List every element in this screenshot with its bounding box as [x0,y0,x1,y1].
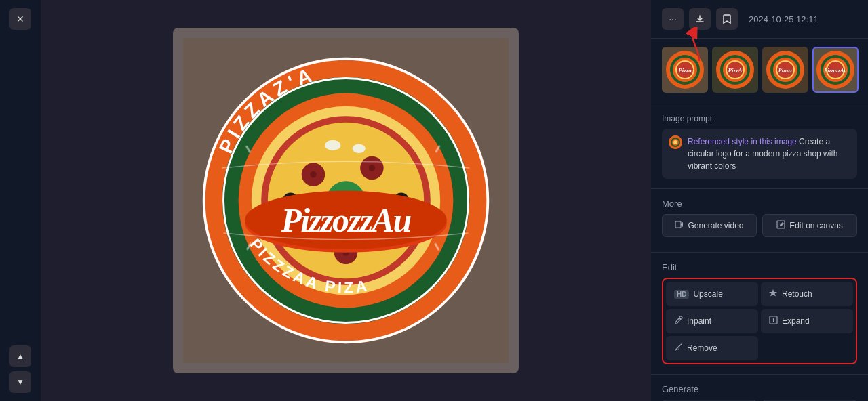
image-container: PIZZAZ'A PIZZZAA PIZA PizzozzAu [173,28,519,373]
bookmark-button[interactable] [716,8,738,30]
svg-point-15 [310,171,317,178]
retouch-label: Retouch [782,289,812,299]
prompt-highlight: Referenced style in this image [688,137,797,146]
more-title: More [662,198,857,209]
remove-icon [674,343,683,354]
remove-button[interactable]: Remove [666,336,758,360]
expand-icon [769,316,778,326]
edit-on-canvas-button[interactable]: Edit on canvas [762,214,857,237]
retouch-icon [769,289,778,299]
image-prompt-label: Image prompt [662,114,857,123]
retouch-button[interactable]: Retouch [761,282,853,306]
inpaint-label: Inpaint [687,316,711,326]
nav-arrows: ▲ ▼ [9,345,31,393]
svg-text:Pizza: Pizza [678,67,692,74]
more-options-button[interactable]: ··· [662,8,684,30]
pizza-logo-image: PIZZAZ'A PIZZZAA PIZA PizzozzAu [183,38,509,363]
divider-2 [651,188,868,189]
svg-text:PizzozzAu: PizzozzAu [824,68,847,74]
edit-on-canvas-icon [776,220,785,231]
generate-title: Generate [662,384,857,394]
expand-button[interactable]: Expand [761,309,853,333]
edit-on-canvas-label: Edit on canvas [789,221,843,230]
svg-rect-63 [675,221,681,228]
hd-badge: HD [674,290,689,299]
inpaint-icon [674,316,683,326]
thumbnail-4[interactable]: PizzozzAu [812,47,859,93]
generate-video-label: Generate video [688,221,743,230]
nav-up-button[interactable]: ▲ [9,345,31,367]
remove-label: Remove [687,343,717,353]
generate-section: Generate Regenerate [651,377,868,401]
thumbnails-row: Pizza PizzA [651,39,868,101]
generate-video-button[interactable]: Generate video [662,214,757,237]
prompt-avatar [669,135,682,149]
canvas-area: PIZZAZ'A PIZZZAA PIZA PizzozzAu [41,0,651,401]
main-content: PIZZAZ'A PIZZZAA PIZA PizzozzAu [41,0,868,401]
image-prompt-section: Image prompt Referenced style in this im… [651,107,868,186]
edit-grid-wrapper: HD Upscale Retouch [662,278,857,364]
upscale-label: Upscale [693,289,722,299]
svg-text:PizzA: PizzA [728,67,742,74]
expand-label: Expand [782,316,810,326]
nav-down-button[interactable]: ▼ [9,371,31,393]
edit-title: Edit [662,262,857,272]
divider-3 [651,252,868,253]
edit-grid: HD Upscale Retouch [666,282,853,360]
thumbnail-2[interactable]: PizzA [712,47,758,93]
svg-point-16 [369,165,376,171]
svg-text:Pizozz: Pizozz [778,68,793,74]
generate-video-icon [675,220,684,231]
svg-point-62 [673,140,677,144]
divider-4 [651,374,868,375]
top-toolbar: ··· 2024-10-25 12:11 [651,0,868,39]
inpaint-button[interactable]: Inpaint [666,309,758,333]
upscale-button[interactable]: HD Upscale [666,282,758,306]
more-section: More Generate video [651,192,868,249]
svg-point-21 [353,144,366,152]
timestamp: 2024-10-25 12:11 [749,14,818,24]
close-button[interactable]: ✕ [9,8,31,30]
more-actions-row: Generate video Edit on canvas [662,214,857,237]
svg-point-20 [325,140,340,150]
prompt-box: Referenced style in this image Create a … [662,129,857,179]
thumbnail-1[interactable]: Pizza [662,47,708,93]
right-panel: ··· 2024-10-25 12:11 [651,0,868,401]
left-sidebar: ✕ ▲ ▼ [0,0,41,401]
divider-1 [651,104,868,104]
thumbnail-3[interactable]: Pizozz [762,47,808,93]
prompt-text: Referenced style in this image Create a … [688,135,850,172]
svg-text:PizzozzAu: PizzozzAu [281,202,412,239]
edit-section: Edit HD Upscale Retouch [651,255,868,371]
download-button[interactable] [689,8,711,30]
